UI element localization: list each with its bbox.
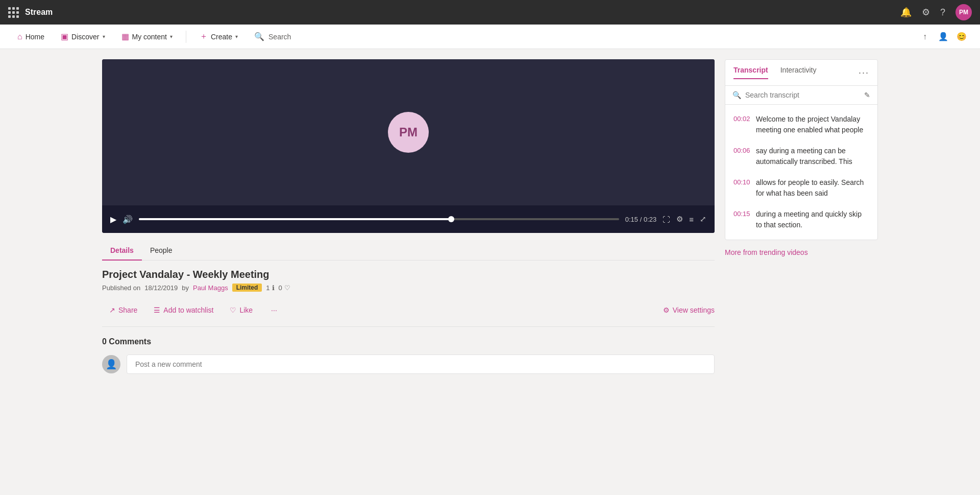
- thumbnail-btn[interactable]: ⛶: [663, 215, 670, 224]
- published-date: 18/12/2019: [144, 284, 178, 292]
- captions-btn[interactable]: ≡: [689, 215, 694, 224]
- home-icon: ⌂: [17, 32, 22, 41]
- transcript-header: Transcript Interactivity ···: [725, 60, 877, 86]
- time-separator: /: [640, 216, 644, 223]
- watchlist-button[interactable]: ☰ Add to watchlist: [146, 302, 220, 318]
- video-background[interactable]: PM: [102, 59, 715, 205]
- transcript-text-0: Welcome to the project Vandalay meeting …: [756, 114, 869, 135]
- video-controls: ▶ 🔊 0:15 / 0:23 ⛶ ⚙ ≡ ⤢: [102, 205, 715, 233]
- transcript-panel: Transcript Interactivity ··· 🔍 ✎ 00:02 W…: [725, 59, 878, 240]
- comment-input-row: 👤: [102, 355, 715, 374]
- tab-details[interactable]: Details: [102, 241, 142, 261]
- nav-discover[interactable]: ▣ Discover ▾: [54, 25, 112, 49]
- more-from-link[interactable]: More from trending videos: [725, 248, 878, 256]
- action-row: ↗ Share ☰ Add to watchlist ♡ Like ··· ⚙ …: [102, 302, 715, 327]
- tab-interactivity[interactable]: Interactivity: [780, 66, 817, 79]
- notification-icon[interactable]: 🔔: [900, 7, 912, 18]
- navbar-right-icons: ↑ 👤 😊: [917, 29, 970, 45]
- published-label: Published on: [102, 284, 140, 292]
- nav-my-content-label: My content: [132, 33, 167, 41]
- view-icon: ℹ: [272, 284, 275, 292]
- transcript-search-input[interactable]: [745, 91, 860, 99]
- tab-people[interactable]: People: [142, 241, 181, 261]
- help-icon[interactable]: ?: [940, 7, 945, 18]
- transcript-edit-icon[interactable]: ✎: [864, 91, 870, 99]
- video-player: PM ▶ 🔊 0:15 / 0:23 ⛶ ⚙: [102, 59, 715, 233]
- nav-discover-label: Discover: [71, 33, 99, 41]
- commenter-icon: 👤: [106, 359, 117, 370]
- ctrl-right: ⛶ ⚙ ≡ ⤢: [663, 215, 706, 224]
- transcript-search-icon: 🔍: [732, 91, 741, 99]
- view-settings-icon: ⚙: [663, 306, 670, 314]
- user-avatar[interactable]: PM: [955, 4, 972, 20]
- progress-track[interactable]: [139, 218, 619, 220]
- nav-search[interactable]: 🔍 Search: [247, 32, 298, 41]
- discover-icon: ▣: [61, 32, 68, 41]
- nav-my-content[interactable]: ▦ My content ▾: [114, 25, 180, 49]
- share-icon: ↗: [109, 306, 115, 314]
- my-content-chevron: ▾: [170, 34, 173, 39]
- transcript-time-0: 00:02: [733, 115, 750, 135]
- share-button[interactable]: ↗ Share: [102, 302, 144, 318]
- by-label: by: [182, 284, 189, 292]
- my-content-icon: ▦: [121, 32, 129, 41]
- grid-icon[interactable]: [8, 7, 19, 18]
- like-label: Like: [239, 306, 253, 314]
- view-settings-label: View settings: [673, 306, 715, 314]
- share-label: Share: [118, 306, 137, 314]
- transcript-text-1: say during a meeting can be automaticall…: [756, 146, 869, 167]
- transcript-more-button[interactable]: ···: [859, 67, 869, 78]
- navbar: ⌂ Home ▣ Discover ▾ ▦ My content ▾ ＋ Cre…: [0, 25, 980, 49]
- app-title: Stream: [25, 8, 53, 17]
- like-stat: 0 ♡: [279, 284, 290, 292]
- video-section: PM ▶ 🔊 0:15 / 0:23 ⛶ ⚙: [102, 59, 715, 374]
- topbar: Stream 🔔 ⚙ ? PM: [0, 0, 980, 25]
- visibility-badge: Limited: [232, 284, 262, 292]
- transcript-text-2: allows for people to easily. Search for …: [756, 177, 869, 199]
- user-icon[interactable]: 👤: [935, 29, 951, 45]
- more-button[interactable]: ···: [264, 302, 284, 318]
- like-button[interactable]: ♡ Like: [223, 302, 260, 318]
- transcript-entry-3[interactable]: 00:15 during a meeting and quickly skip …: [725, 204, 877, 235]
- upload-icon[interactable]: ↑: [917, 29, 933, 45]
- total-time: 0:23: [644, 216, 656, 223]
- video-avatar: PM: [388, 112, 429, 153]
- play-button[interactable]: ▶: [110, 215, 116, 224]
- volume-button[interactable]: 🔊: [122, 215, 133, 224]
- tab-transcript[interactable]: Transcript: [733, 66, 768, 79]
- transcript-entry-2[interactable]: 00:10 allows for people to easily. Searc…: [725, 172, 877, 204]
- search-label: Search: [268, 33, 291, 41]
- comments-section: 0 Comments 👤: [102, 337, 715, 374]
- nav-create-label: Create: [211, 33, 232, 41]
- time-label: 0:15 / 0:23: [625, 216, 656, 223]
- transcript-entry-0[interactable]: 00:02 Welcome to the project Vandalay me…: [725, 109, 877, 140]
- comments-count: 0 Comments: [102, 337, 715, 346]
- view-count: 1: [266, 284, 270, 292]
- author-link[interactable]: Paul Maggs: [193, 284, 228, 292]
- settings-btn[interactable]: ⚙: [676, 215, 683, 224]
- watchlist-icon: ☰: [154, 306, 160, 314]
- create-chevron: ▾: [235, 34, 238, 39]
- nav-create[interactable]: ＋ Create ▾: [192, 25, 245, 49]
- like-count: 0: [279, 284, 282, 292]
- view-settings-button[interactable]: ⚙ View settings: [663, 306, 715, 314]
- transcript-time-1: 00:06: [733, 147, 750, 167]
- nav-home[interactable]: ⌂ Home: [10, 25, 52, 49]
- transcript-entry-1[interactable]: 00:06 say during a meeting can be automa…: [725, 140, 877, 172]
- emoji-icon[interactable]: 😊: [953, 29, 970, 45]
- main-content: PM ▶ 🔊 0:15 / 0:23 ⛶ ⚙: [82, 49, 898, 384]
- like-heart-icon: ♡: [230, 306, 236, 314]
- create-icon: ＋: [200, 31, 208, 42]
- commenter-avatar: 👤: [102, 355, 120, 373]
- detail-tabs: Details People: [102, 241, 715, 261]
- like-icon: ♡: [284, 284, 290, 292]
- watchlist-label: Add to watchlist: [163, 306, 213, 314]
- video-title: Project Vandalay - Weekly Meeting: [102, 269, 715, 280]
- nav-separator: [186, 31, 186, 43]
- fullscreen-btn[interactable]: ⤢: [700, 215, 706, 224]
- transcript-search-bar: 🔍 ✎: [725, 86, 877, 105]
- settings-icon[interactable]: ⚙: [922, 7, 930, 18]
- transcript-time-3: 00:15: [733, 210, 750, 230]
- comment-input[interactable]: [127, 355, 715, 374]
- progress-fill: [139, 218, 451, 220]
